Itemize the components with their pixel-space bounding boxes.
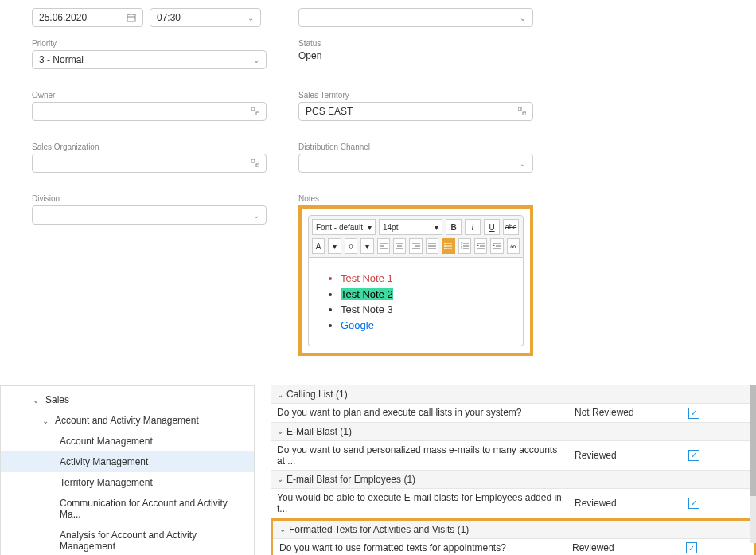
align-left-button[interactable] bbox=[377, 238, 390, 254]
chevron-down-icon: ⌄ bbox=[42, 416, 50, 425]
questions-table: ⌄ Calling List (1) Do you want to plan a… bbox=[271, 385, 756, 555]
underline-button[interactable]: U bbox=[484, 219, 500, 235]
chevron-down-icon: ⌄ bbox=[520, 14, 526, 22]
svg-rect-0 bbox=[127, 14, 135, 21]
dist-channel-label: Distribution Channel bbox=[298, 143, 533, 151]
table-row[interactable]: Do you want to send personalized mass e-… bbox=[271, 441, 756, 471]
group-email-blast-employees[interactable]: ⌄ E-mail Blast for Employees (1) bbox=[271, 471, 756, 489]
highlight-button[interactable]: ◊ bbox=[345, 238, 357, 254]
align-right-button[interactable] bbox=[409, 238, 422, 254]
svg-point-22 bbox=[444, 243, 446, 244]
group-email-blast[interactable]: ⌄ E-Mail Blast (1) bbox=[271, 423, 756, 441]
link-button[interactable]: ∞ bbox=[507, 238, 520, 254]
chevron-down-icon: ⌄ bbox=[253, 56, 259, 64]
italic-button[interactable]: I bbox=[465, 219, 481, 235]
text-color-button[interactable]: A bbox=[312, 238, 325, 254]
status-text: Reviewed bbox=[572, 542, 668, 553]
dist-channel-dropdown[interactable]: ⌄ bbox=[298, 154, 533, 173]
tree-item-account-activity[interactable]: ⌄ Account and Activity Management bbox=[1, 410, 254, 431]
highlight-dropdown[interactable]: ▾ bbox=[360, 238, 373, 254]
sales-territory-input[interactable]: PCS EAST bbox=[298, 102, 533, 121]
svg-rect-8 bbox=[251, 159, 255, 162]
numbered-list-button[interactable]: 123 bbox=[458, 238, 471, 254]
valuehelp-icon bbox=[251, 107, 259, 115]
font-size-select[interactable]: 14pt ▾ bbox=[379, 219, 442, 235]
sales-org-input[interactable] bbox=[32, 154, 267, 173]
vertical-scrollbar[interactable] bbox=[750, 385, 756, 543]
question-text: Do you want to plan and execute call lis… bbox=[277, 407, 575, 418]
owner-label: Owner bbox=[32, 91, 267, 100]
chevron-down-icon: ⌄ bbox=[247, 14, 254, 22]
status-label: Status bbox=[298, 39, 533, 48]
outdent-button[interactable] bbox=[474, 238, 487, 254]
font-name-select[interactable]: Font - default ▾ bbox=[312, 219, 376, 235]
align-center-button[interactable] bbox=[393, 238, 406, 254]
valuehelp-icon bbox=[251, 159, 259, 167]
scrollbar-thumb[interactable] bbox=[750, 385, 756, 496]
division-label: Division bbox=[32, 194, 267, 203]
note-item-2: Test Note 2 bbox=[341, 287, 507, 303]
owner-input[interactable] bbox=[32, 102, 267, 121]
tree-item-territory-mgmt[interactable]: Territory Management bbox=[1, 472, 254, 493]
align-justify-button[interactable] bbox=[426, 238, 438, 254]
status-text: Not Reviewed bbox=[575, 407, 670, 418]
time-input[interactable]: 07:30 ⌄ bbox=[150, 8, 261, 27]
checkbox[interactable]: ✓ bbox=[688, 498, 699, 509]
notes-editor-highlight: Font - default ▾ 14pt ▾ B I U abc bbox=[298, 205, 533, 356]
tree-item-activity-mgmt[interactable]: Activity Management bbox=[1, 451, 254, 472]
priority-dropdown[interactable]: 3 - Normal ⌄ bbox=[32, 50, 267, 69]
table-row[interactable]: Do you want to plan and execute call lis… bbox=[271, 404, 756, 423]
bold-button[interactable]: B bbox=[446, 219, 462, 235]
svg-rect-5 bbox=[256, 112, 259, 115]
notes-toolbar: Font - default ▾ 14pt ▾ B I U abc bbox=[308, 215, 524, 258]
tree-item-communication[interactable]: Communication for Account and Activity M… bbox=[1, 493, 254, 525]
strikethrough-button[interactable]: abc bbox=[503, 219, 519, 235]
status-text: Reviewed bbox=[575, 450, 670, 461]
text-color-dropdown[interactable]: ▾ bbox=[328, 238, 341, 254]
status-text: Reviewed bbox=[575, 498, 670, 509]
tree-item-account-mgmt[interactable]: Account Management bbox=[1, 431, 254, 451]
date-value: 25.06.2020 bbox=[39, 12, 87, 23]
sales-org-label: Sales Organization bbox=[32, 143, 267, 151]
notes-content-area[interactable]: Test Note 1 Test Note 2 Test Note 3 Goog… bbox=[308, 258, 524, 346]
notes-label: Notes bbox=[298, 194, 533, 203]
table-row[interactable]: Do you want to use formatted texts for a… bbox=[273, 539, 754, 556]
chevron-down-icon: ⌄ bbox=[277, 475, 283, 483]
date-input[interactable]: 25.06.2020 bbox=[32, 8, 143, 27]
dropdown-icon: ▾ bbox=[368, 223, 372, 232]
checkbox[interactable]: ✓ bbox=[688, 408, 699, 419]
calendar-icon bbox=[127, 13, 136, 22]
tree-item-sales[interactable]: ⌄ Sales bbox=[1, 389, 254, 410]
svg-text:3: 3 bbox=[461, 247, 462, 250]
chevron-down-icon: ⌄ bbox=[277, 427, 283, 436]
status-value: Open bbox=[298, 50, 533, 61]
indent-button[interactable] bbox=[490, 238, 503, 254]
svg-marker-35 bbox=[477, 245, 479, 247]
highlighted-group: ⌄ Formatted Texts for Activities and Vis… bbox=[271, 518, 756, 556]
valuehelp-icon bbox=[518, 107, 526, 115]
chevron-down-icon: ⌄ bbox=[279, 525, 286, 534]
group-calling-list[interactable]: ⌄ Calling List (1) bbox=[271, 385, 756, 404]
note-item-1: Test Note 1 bbox=[341, 271, 507, 287]
sales-territory-value: PCS EAST bbox=[306, 106, 353, 117]
division-dropdown[interactable]: ⌄ bbox=[32, 205, 267, 225]
svg-point-26 bbox=[444, 248, 446, 249]
chevron-down-icon: ⌄ bbox=[277, 390, 283, 399]
svg-rect-4 bbox=[251, 107, 255, 111]
sales-territory-label: Sales Territory bbox=[298, 91, 533, 100]
note-item-4: Google bbox=[341, 318, 507, 334]
checkbox[interactable]: ✓ bbox=[686, 542, 697, 553]
question-text: Do you want to use formatted texts for a… bbox=[279, 542, 572, 553]
group-formatted-texts[interactable]: ⌄ Formatted Texts for Activities and Vis… bbox=[273, 521, 754, 539]
chevron-down-icon: ⌄ bbox=[520, 159, 526, 168]
svg-rect-9 bbox=[256, 164, 259, 167]
priority-value: 3 - Normal bbox=[39, 54, 84, 65]
table-row[interactable]: You would be able to execute E-mail blas… bbox=[271, 489, 756, 518]
checkbox[interactable]: ✓ bbox=[688, 450, 699, 461]
empty-dropdown-1[interactable]: ⌄ bbox=[298, 8, 533, 27]
bullet-list-button[interactable] bbox=[442, 238, 454, 254]
tree-item-analysis[interactable]: Analysis for Account and Activity Manage… bbox=[1, 525, 254, 555]
svg-rect-6 bbox=[518, 107, 521, 111]
dropdown-icon: ▾ bbox=[435, 223, 438, 232]
navigation-tree: ⌄ Sales ⌄ Account and Activity Managemen… bbox=[0, 385, 255, 555]
